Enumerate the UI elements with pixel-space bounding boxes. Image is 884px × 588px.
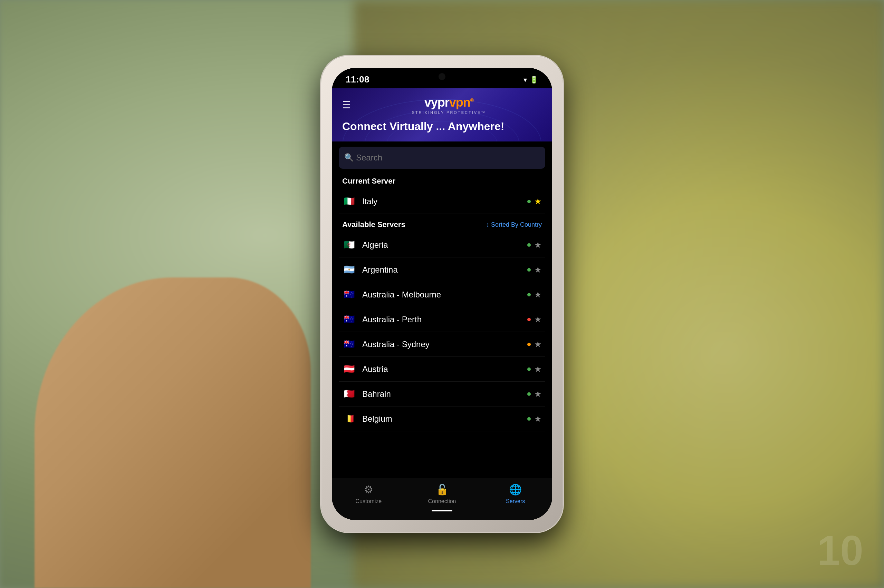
flag-australia-perth: 🇦🇺 (342, 314, 356, 325)
logo-vypr: vypr (424, 95, 449, 110)
star-belgium[interactable]: ★ (534, 414, 542, 424)
available-servers-title: Available Servers (342, 220, 405, 229)
sort-icon: ↕ (486, 221, 489, 228)
star-italy[interactable]: ★ (534, 197, 542, 206)
server-status-argentina: ★ (527, 265, 542, 274)
flag-australia-sydney: 🇦🇺 (342, 339, 356, 350)
watermark: 10 (817, 526, 863, 574)
nav-indicator (431, 510, 453, 512)
star-austria[interactable]: ★ (534, 364, 542, 374)
nav-item-servers[interactable]: 🌐 Servers (479, 483, 552, 512)
logo-text: vyprvpn® (424, 95, 474, 110)
search-icon: 🔍 (344, 153, 353, 162)
flag-argentina: 🇦🇷 (342, 264, 356, 275)
server-item-australia-sydney[interactable]: 🇦🇺 Australia - Sydney ★ (339, 332, 545, 357)
status-icons: ▾ 🔋 (523, 76, 538, 84)
logo-tagline: STRIKINGLY PROTECTIVE™ (412, 110, 486, 115)
header-title: Connect Virtually ... Anywhere! (342, 120, 542, 133)
star-algeria[interactable]: ★ (534, 240, 542, 250)
camera-notch (439, 73, 445, 80)
star-australia-perth[interactable]: ★ (534, 315, 542, 324)
status-dot-australia-perth (527, 318, 531, 321)
server-name-belgium: Belgium (362, 414, 527, 424)
sort-text: Sorted By Country (491, 221, 542, 228)
server-item-austria[interactable]: 🇦🇹 Austria ★ (339, 357, 545, 382)
server-item-italy[interactable]: 🇮🇹 Italy ★ (339, 189, 545, 214)
nav-item-customize[interactable]: ⚙ Customize (332, 483, 405, 512)
servers-icon: 🌐 (509, 483, 522, 495)
status-dot-argentina (527, 268, 531, 272)
logo-vpn: vpn (449, 95, 470, 110)
flag-algeria: 🇩🇿 (342, 240, 356, 250)
wifi-icon: ▾ (523, 76, 527, 84)
flag-austria: 🇦🇹 (342, 364, 356, 374)
phone-screen: 11:08 ▾ 🔋 ☰ vyprvpn® STRIKINGLY PROTECTI… (332, 68, 552, 520)
nav-label-connection: Connection (428, 498, 456, 504)
server-name-australia-sydney: Australia - Sydney (362, 339, 527, 349)
server-name-austria: Austria (362, 364, 527, 374)
app-header: ☰ vyprvpn® STRIKINGLY PROTECTIVE™ Connec… (332, 88, 552, 141)
search-bar: 🔍 (339, 147, 545, 169)
server-status-belgium: ★ (527, 414, 542, 424)
status-dot-australia-sydney (527, 343, 531, 346)
status-dot-algeria (527, 243, 531, 247)
server-status-bahrain: ★ (527, 389, 542, 399)
server-name-algeria: Algeria (362, 240, 527, 250)
nav-item-connection[interactable]: 🔓 Connection (405, 483, 479, 512)
flag-bahrain: 🇧🇭 (342, 388, 356, 399)
star-australia-melbourne[interactable]: ★ (534, 290, 542, 300)
status-dot-belgium (527, 417, 531, 421)
server-status-australia-perth: ★ (527, 315, 542, 324)
server-status-australia-melbourne: ★ (527, 290, 542, 300)
status-dot-bahrain (527, 392, 531, 396)
server-item-argentina[interactable]: 🇦🇷 Argentina ★ (339, 257, 545, 282)
connection-icon: 🔓 (436, 483, 448, 495)
server-item-bahrain[interactable]: 🇧🇭 Bahrain ★ (339, 382, 545, 406)
nav-label-servers: Servers (506, 498, 525, 504)
status-time: 11:08 (346, 74, 370, 85)
battery-icon: 🔋 (530, 76, 538, 84)
customize-icon: ⚙ (364, 483, 373, 495)
server-item-australia-melbourne[interactable]: 🇦🇺 Australia - Melbourne ★ (339, 282, 545, 307)
server-item-australia-perth[interactable]: 🇦🇺 Australia - Perth ★ (339, 307, 545, 332)
logo-area: vyprvpn® STRIKINGLY PROTECTIVE™ (356, 95, 542, 115)
star-argentina[interactable]: ★ (534, 265, 542, 274)
server-item-belgium[interactable]: 🇧🇪 Belgium ★ (339, 406, 545, 431)
flag-italy: 🇮🇹 (342, 196, 356, 207)
star-australia-sydney[interactable]: ★ (534, 339, 542, 349)
search-input[interactable] (339, 147, 545, 169)
status-dot-green (527, 200, 531, 203)
sort-label[interactable]: ↕ Sorted By Country (486, 221, 542, 228)
phone-device: 11:08 ▾ 🔋 ☰ vyprvpn® STRIKINGLY PROTECTI… (321, 56, 563, 532)
server-name-argentina: Argentina (362, 265, 527, 274)
app-content: ☰ vyprvpn® STRIKINGLY PROTECTIVE™ Connec… (332, 88, 552, 520)
bottom-nav: ⚙ Customize 🔓 Connection 🌐 Servers (332, 478, 552, 520)
star-bahrain[interactable]: ★ (534, 389, 542, 399)
status-dot-austria (527, 368, 531, 371)
flag-australia-melbourne: 🇦🇺 (342, 289, 356, 300)
flag-belgium: 🇧🇪 (342, 413, 356, 424)
server-status-italy: ★ (527, 197, 542, 206)
nav-label-customize: Customize (356, 498, 382, 504)
status-bar: 11:08 ▾ 🔋 (332, 68, 552, 88)
server-status-algeria: ★ (527, 240, 542, 250)
server-item-algeria[interactable]: 🇩🇿 Algeria ★ (339, 232, 545, 257)
logo-registered: ® (470, 98, 474, 103)
hand-area (35, 278, 311, 588)
server-name-australia-perth: Australia - Perth (362, 315, 527, 324)
available-servers-section-header: Available Servers ↕ Sorted By Country (339, 214, 545, 232)
server-status-austria: ★ (527, 364, 542, 374)
menu-button[interactable]: ☰ (342, 99, 351, 111)
server-status-australia-sydney: ★ (527, 339, 542, 349)
server-name-australia-melbourne: Australia - Melbourne (362, 290, 527, 300)
current-server-title: Current Server (342, 177, 395, 186)
server-name-italy: Italy (362, 197, 527, 206)
search-container: 🔍 (332, 141, 552, 171)
header-top: ☰ vyprvpn® STRIKINGLY PROTECTIVE™ (342, 95, 542, 115)
status-dot-australia-melbourne (527, 293, 531, 296)
current-server-section-header: Current Server (339, 171, 545, 189)
server-name-bahrain: Bahrain (362, 389, 527, 399)
server-list: Current Server 🇮🇹 Italy ★ Available Serv… (332, 171, 552, 478)
